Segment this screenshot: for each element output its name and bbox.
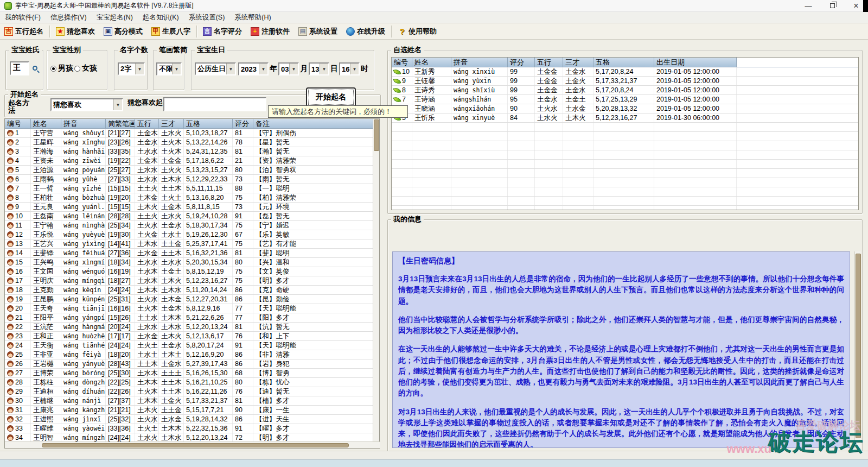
table-row[interactable]: 8王诗秀wáng shīxiù99土金金土金水5,17,20,8,242019-… (392, 86, 858, 95)
column-header[interactable]: 拼音 (451, 58, 508, 67)
name-table-hscrollbar[interactable] (5, 441, 380, 448)
column-header[interactable]: 拼音 (61, 119, 106, 128)
name-count-select[interactable]: 2字 ▼ (118, 62, 145, 75)
restore-button[interactable] (820, 0, 844, 11)
gender-radio-female[interactable] (74, 66, 80, 72)
surname-input[interactable]: 王 (10, 61, 29, 75)
hscroll-thumb[interactable] (42, 443, 349, 447)
toolbar-button-0[interactable]: 吉五行起名 (0, 24, 48, 39)
column-header[interactable]: 三才 (563, 58, 593, 67)
table-row[interactable]: 32王进熙wáng jìnxī[25][32]土火水土水金5,19,28,14,… (5, 415, 373, 424)
toolbar-button-4[interactable]: 言名字评分 (199, 24, 246, 39)
toolbar-button-3[interactable]: 甲生辰八字 (147, 24, 195, 39)
toolbar-button-8[interactable]: ?使用帮助 (393, 24, 441, 39)
table-row[interactable]: 3王瀚海wáng hànhǎi[33][35]土水水土火木5,24,31,12,… (5, 147, 373, 156)
column-header[interactable]: 评分 (233, 119, 253, 128)
table-row[interactable]: 13王艺兴wáng yìxìng[14][41]土木水土土金5,25,37,17… (5, 239, 373, 249)
table-row[interactable]: 11王宁翰wáng nìnghàn[25][34]土火水土金水5,18,30,1… (5, 221, 373, 230)
table-row[interactable]: 7王诗涵wángshīhán95土金水土金土5,17,25,13,292019-… (392, 95, 858, 104)
table-row[interactable]: 20王天奇wáng tiānjī[16][16]土火木土金木5,8,12,9,1… (5, 304, 373, 313)
table-row[interactable]: 2王星晖wáng xīnghuī[23][26]土金水土火木5,13,22,14… (5, 138, 373, 147)
table-row[interactable]: 6王雨鹤wáng yǔhè[27][33]土水水土木水5,12,29,22,33… (5, 175, 373, 184)
start-naming-button[interactable]: 开始起名 (306, 87, 356, 107)
table-row[interactable]: 29王迪桓wáng díhuán[22][26]土火木土土木5,16,22,11… (5, 387, 373, 396)
menu-item-5[interactable]: 系统帮助(H) (229, 12, 276, 23)
menu-item-2[interactable]: 宝宝起名(N) (92, 12, 138, 23)
gender-radio-male[interactable] (50, 66, 56, 72)
column-header[interactable]: 评分 (508, 58, 535, 67)
minimize-button[interactable]: — (796, 0, 820, 11)
column-header[interactable]: 简繁笔画 (106, 119, 135, 128)
column-header[interactable]: 编号 (392, 58, 412, 67)
column-header[interactable]: 备注 (253, 119, 373, 128)
toolbar-button-1[interactable]: ★猜您喜欢 (52, 24, 99, 39)
hour-select[interactable]: 16 ▼ (339, 62, 360, 75)
info-vscroll-thumb[interactable] (856, 254, 861, 438)
table-row[interactable]: 5王泊源wáng pōyuán[25][27]土水水土火火5,13,23,15,… (5, 166, 373, 175)
cell: [33][35] (106, 147, 135, 156)
name-table-vscrollbar[interactable] (373, 119, 379, 441)
column-header[interactable]: 出生日期 (654, 58, 737, 67)
table-row[interactable]: 19王昆鹏wáng kūnpéng[25][31]土火水土木金5,12,27,2… (5, 295, 373, 304)
year-select[interactable]: 2023 ▼ (238, 62, 269, 75)
table-row[interactable]: 5王忻乐wáng xīnyuè84土水火土木火5,12,23,16,272019… (392, 113, 858, 123)
menu-item-1[interactable]: 信息操作(V) (46, 12, 92, 23)
month-select[interactable]: 03 ▼ (278, 62, 299, 75)
table-row[interactable]: 9王钰馨wáng yùxīn99土金金土金火5,17,33,21,372019-… (392, 77, 858, 86)
table-row[interactable]: 31王康兆wáng kāngzhào[21][21]土木火土土金5,15,17,… (5, 406, 373, 415)
table-row[interactable]: 14王斐铧wáng fěihuá[27][36]土水金土土木5,16,32,21… (5, 249, 373, 258)
table-row[interactable]: 8王柏壮wáng bòzhuàng[19][20]土木金土火土5,13,16,8… (5, 193, 373, 203)
cell: 土木火 (135, 406, 159, 414)
table-row[interactable]: 4王资未wáng zīwèi[19][22]土金木土金金5,17,18,6,22… (5, 156, 373, 166)
toolbar-button-6[interactable]: ▤系统设置 (294, 24, 342, 39)
table-row[interactable]: 10王磊南wáng lěinán[28][28]土土火土水火5,19,24,10… (5, 212, 373, 221)
calendar-type-select[interactable]: 公历生日 ▼ (195, 62, 236, 75)
table-row[interactable]: 15王兴鸣wáng xìngmíng[18][34]土水水土水水5,20,30,… (5, 258, 373, 267)
table-row[interactable]: 17王明庆wáng míngqìng[18][27]土水木土木火5,12,23,… (5, 276, 373, 286)
table-row[interactable]: 33王曜维wáng yàowéi[33][36]土火土土木木5,22,32,15… (5, 424, 373, 433)
keyword-input[interactable] (163, 97, 266, 111)
table-row[interactable]: 21王阳平wáng yángpíng[15][26]土土水土木木5,21,22,… (5, 313, 373, 323)
cell: 95 (508, 95, 535, 104)
row-number-cell: 10 (392, 67, 412, 76)
table-row[interactable]: 10王新秀wáng xīnxiù99土金金土金水5,17,20,8,242019… (392, 67, 858, 77)
info-vscrollbar[interactable] (854, 251, 861, 448)
toolbar-button-2[interactable]: ▣高分模式 (99, 24, 147, 39)
table-row[interactable]: 28王栋柱wáng dòngzhù[22][25]土木木土土木5,16,21,1… (5, 378, 373, 387)
column-header[interactable]: 五行 (135, 119, 159, 128)
table-row[interactable]: 12王乐悦wáng yuèyuè[19][30]土火金土水土5,19,26,12… (5, 230, 373, 239)
menu-item-0[interactable]: 我的软件(F) (0, 12, 46, 23)
column-header[interactable]: 编号 (5, 119, 31, 128)
day-select[interactable]: 13 ▼ (309, 62, 329, 75)
table-row[interactable]: 25王非亚wáng fēiyà[18][20]土水土土木土5,12,16,9,2… (5, 350, 373, 359)
column-header[interactable]: 三才 (159, 119, 184, 128)
toolbar-button-5[interactable]: +注册软件 (246, 24, 294, 39)
table-row[interactable]: 16王文国wáng wénguó[16][19]土水木土金土5,8,15,12,… (5, 267, 373, 276)
table-row[interactable]: 6王晓涵wángxiǎohán90土火水土水金5,20,28,13,322019… (392, 104, 858, 113)
column-header[interactable]: 姓名 (31, 119, 61, 128)
toolbar-button-7[interactable]: 在线升级 (342, 24, 390, 39)
column-header[interactable]: 姓名 (412, 58, 451, 67)
menu-item-3[interactable]: 起名知识(K) (138, 12, 184, 23)
vscroll-thumb[interactable] (374, 119, 379, 151)
table-row[interactable]: 9王元良wáng yuánl...[15][15]土木火土金木5,8,11,8,… (5, 203, 373, 212)
table-row[interactable]: 1王守营wáng shǒuyíng[21][27]土金木土水火5,10,23,1… (5, 129, 373, 138)
leaf-icon (393, 96, 401, 103)
surname-search-button[interactable] (29, 61, 40, 74)
naming-method-select[interactable]: 猜您喜欢 ▼ (50, 98, 123, 111)
table-row[interactable]: 18王克勤wáng kèqín[24][24]土木木土木水5,11,20,14,… (5, 286, 373, 295)
table-row[interactable]: 22王沆茫wáng hàngmáng[20][24]土水水土木水5,12,20,… (5, 323, 373, 332)
table-row[interactable]: 26王岩樾wáng yányuè[28][43]土土木土金水5,27,39,17… (5, 359, 373, 369)
row-number: 23 (15, 332, 23, 340)
column-header[interactable]: 五格 (593, 58, 654, 67)
column-header[interactable]: 五行 (535, 58, 563, 67)
menu-item-4[interactable]: 系统设置(S) (184, 12, 230, 23)
table-row[interactable]: 23王和正wáng huòzhēng[17][17]土水金土木火5,12,13,… (5, 332, 373, 341)
column-header[interactable]: 五格 (184, 119, 233, 128)
table-row[interactable]: 24王天衡wáng tiānhéng[24][24]土火土土金水5,8,20,1… (5, 341, 373, 350)
table-row[interactable]: 7王一哲wáng yīzhé[15][15]土土火土土木5,5,11,11,15… (5, 184, 373, 193)
cell: wáng shǒuyíng (61, 129, 106, 137)
stroke-style-select[interactable]: 不限 ▼ (156, 62, 182, 75)
table-row[interactable]: 30王楠继wáng nánjì[27][37]土木木土金火5,17,33,21,… (5, 396, 373, 406)
table-row[interactable]: 27王博荣wáng bóróng[25][30]土水木土土土5,16,26,15… (5, 369, 373, 378)
